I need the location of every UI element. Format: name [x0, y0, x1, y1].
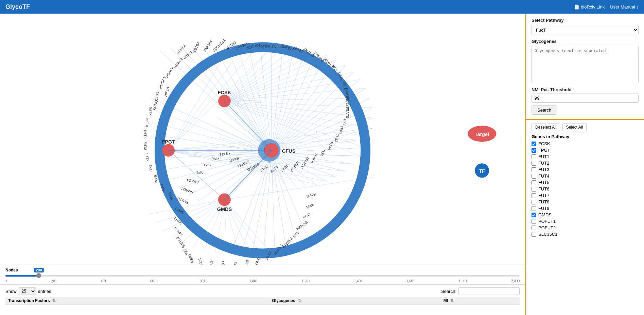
deselect-all-button[interactable]: Deselect All — [532, 123, 560, 131]
gene-item: SLC35C1 — [532, 232, 639, 237]
slider-thumb[interactable] — [36, 273, 41, 278]
table-controls: Show 25 50 100 entries Search: — [5, 287, 520, 295]
gene-label-fut3: FUT3 — [538, 167, 550, 172]
gene-label-fut1: FUT1 — [538, 154, 550, 159]
gene-item: FUT4 — [532, 173, 639, 179]
glycogenes-textarea[interactable] — [532, 46, 639, 83]
slider-value-bubble: 200 — [34, 268, 43, 272]
download-icon: ↓ — [637, 4, 639, 10]
gene-checkbox-fut3[interactable] — [532, 167, 536, 172]
entries-select[interactable]: 25 50 100 — [19, 287, 36, 295]
svg-text:KLF4: KLF4 — [145, 118, 149, 127]
gene-label-fut2: FUT2 — [538, 161, 550, 166]
legend-target-label: Target — [475, 132, 489, 137]
search-label: Search: — [441, 289, 456, 294]
col-tf[interactable]: Transcription Factors ⇅ — [5, 297, 269, 305]
gene-checkbox-fut7[interactable] — [532, 193, 536, 198]
show-entries: Show 25 50 100 entries — [5, 287, 51, 295]
nodes-label: Nodes — [5, 268, 520, 272]
gene-checkbox-fut1[interactable] — [532, 154, 536, 159]
slider-ticks: 1 201 401 601 801 1,001 1,201 1,401 1,60… — [5, 279, 520, 283]
gene-checkbox-fut4[interactable] — [532, 174, 536, 179]
gene-label-pofut2: POFUT2 — [538, 225, 556, 230]
table-search-input[interactable] — [458, 287, 520, 295]
svg-text:GMDS: GMDS — [217, 206, 232, 212]
gene-checkbox-slc35c1[interactable] — [532, 232, 536, 237]
gene-item: FUT1 — [532, 154, 639, 159]
col-glycogenes[interactable]: Glycogenes ⇅ — [269, 297, 440, 305]
sort-tf-icon: ⇅ — [52, 298, 56, 303]
gene-checkbox-fpgt[interactable] — [532, 148, 536, 153]
gene-checkbox-fcsk[interactable] — [532, 142, 536, 146]
gene-item: FUT6 — [532, 186, 639, 192]
user-manual-link[interactable]: User Manual ↓ — [610, 4, 639, 10]
network-svg[interactable]: ZBTB4 ZNF384 ZCCHC11 ZBTB33 ZNF281 ZCCHC… — [0, 14, 525, 265]
svg-text:KLF1: KLF1 — [144, 153, 149, 162]
graph-area: ZBTB4 ZNF384 ZCCHC11 ZBTB33 ZNF281 ZCCHC… — [0, 14, 525, 265]
gene-checkbox-fut2[interactable] — [532, 161, 536, 166]
svg-text:KLF5: KLF5 — [149, 107, 153, 116]
gene-label-fut8: FUT8 — [538, 199, 550, 204]
gene-checkbox-list: FCSKFPGTFUT1FUT2FUT3FUT4FUT5FUT6FUT7FUT8… — [532, 141, 639, 237]
right-panel: Select Pathway FucT GalT GlcT Glycogenes… — [525, 14, 644, 315]
genes-in-pathway-label: Genes in Pathway — [532, 134, 639, 139]
gene-checkbox-fut9[interactable] — [532, 206, 536, 211]
col-mi[interactable]: MI ⇅ — [441, 297, 520, 305]
svg-text:ZNF3: ZNF3 — [272, 44, 281, 49]
gene-checkbox-fut6[interactable] — [532, 187, 536, 192]
gene-item: FPGT — [532, 148, 639, 153]
gene-label-fut4: FUT4 — [538, 173, 550, 179]
slider-area: Nodes 200 1 201 401 601 801 1,001 1,201 … — [0, 265, 525, 284]
sort-glycogenes-icon: ⇅ — [298, 298, 301, 303]
gene-checkbox-fut5[interactable] — [532, 180, 536, 185]
gene-item: FUT7 — [532, 193, 639, 198]
header-links: 📄 bioRxiv Link User Manual ↓ — [574, 4, 639, 10]
gene-checkbox-pofut2[interactable] — [532, 226, 536, 230]
gene-item: GMDS — [532, 212, 639, 217]
glycogenes-label: Glycogenes — [532, 39, 639, 44]
gene-item: FUT5 — [532, 180, 639, 185]
svg-text:KLF3: KLF3 — [143, 130, 147, 138]
gene-label-fpgt: FPGT — [538, 148, 550, 153]
external-link-icon: 📄 — [574, 4, 579, 10]
gene-label-slc35c1: SLC35C1 — [538, 232, 557, 237]
nmi-label: NMI Pct. Threshold — [532, 87, 639, 92]
search-button[interactable]: Search — [532, 105, 557, 115]
svg-text:KLF2: KLF2 — [143, 142, 147, 150]
biorxiv-link[interactable]: 📄 bioRxiv Link — [574, 4, 605, 10]
table-search-box: Search: — [441, 287, 520, 295]
app-title: GlycoTF — [5, 3, 30, 11]
gene-label-fut6: FUT6 — [538, 186, 550, 192]
svg-text:TRAF6: TRAF6 — [345, 106, 349, 118]
left-panel: ZBTB4 ZNF384 ZCCHC11 ZBTB33 ZNF281 ZCCHC… — [0, 14, 525, 315]
svg-text:PKNOX1: PKNOX1 — [221, 261, 225, 265]
slider-track: 200 — [5, 275, 520, 277]
svg-text:FPGT: FPGT — [162, 139, 175, 145]
show-label: Show — [5, 289, 17, 294]
gene-checkbox-pofut1[interactable] — [532, 219, 536, 224]
sort-mi-icon: ⇅ — [450, 298, 454, 303]
pathway-select[interactable]: FucT GalT GlcT — [532, 25, 639, 35]
svg-text:TP73: TP73 — [343, 117, 347, 126]
gene-checkbox-gmds[interactable] — [532, 213, 536, 217]
svg-text:SP3: SP3 — [204, 163, 211, 167]
gene-label-fut7: FUT7 — [538, 193, 550, 198]
gene-label-fut5: FUT5 — [538, 180, 550, 185]
slider-container: 200 1 201 401 601 801 1,001 1,201 1,401 … — [5, 275, 520, 283]
gene-item: FUT3 — [532, 167, 639, 172]
svg-text:SP4: SP4 — [212, 156, 219, 161]
gene-list-panel: Deselect All Select All Genes in Pathway… — [526, 120, 644, 315]
select-all-button[interactable]: Select All — [562, 123, 587, 131]
gene-item: FUT8 — [532, 199, 639, 204]
top-controls: Select Pathway FucT GalT GlcT Glycogenes… — [526, 14, 644, 120]
table-area: Show 25 50 100 entries Search: — [0, 284, 525, 315]
gene-checkbox-fut8[interactable] — [532, 200, 536, 204]
gene-label-gmds: GMDS — [538, 212, 552, 217]
svg-text:GFUS: GFUS — [282, 148, 296, 154]
svg-text:FCSK: FCSK — [218, 90, 231, 95]
nmi-input[interactable] — [532, 94, 639, 103]
gene-item: FUT9 — [532, 206, 639, 211]
gene-item: POFUT2 — [532, 225, 639, 230]
select-pathway-label: Select Pathway — [532, 18, 639, 23]
data-table: Transcription Factors ⇅ Glycogenes ⇅ MI … — [5, 297, 520, 305]
